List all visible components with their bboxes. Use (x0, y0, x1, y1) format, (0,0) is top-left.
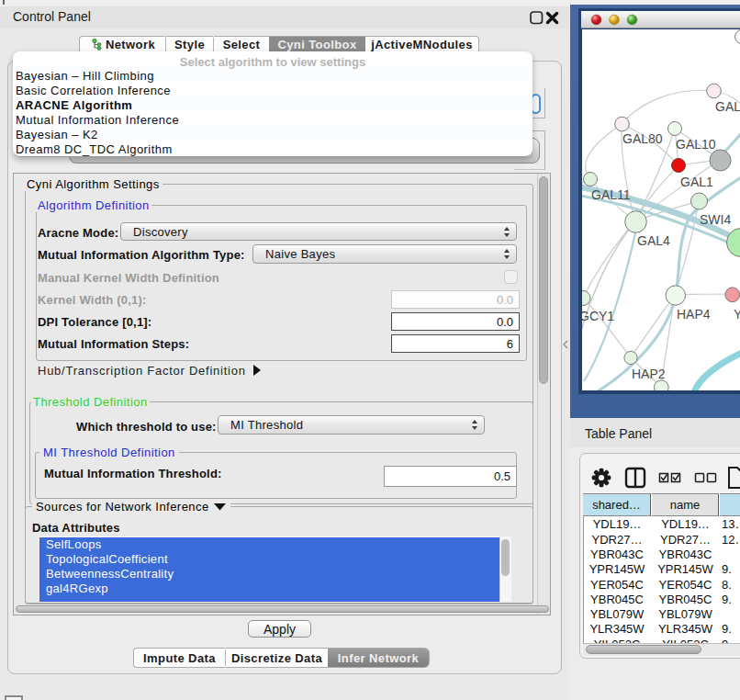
svg-text:GCY1: GCY1 (582, 309, 614, 323)
svg-text:Y: Y (734, 307, 740, 322)
svg-text:GAL1: GAL1 (680, 175, 713, 189)
svg-text:GAL10: GAL10 (676, 137, 716, 152)
svg-text:GAL80: GAL80 (622, 131, 663, 146)
svg-text:HAP2: HAP2 (632, 367, 666, 381)
svg-text:GAL8: GAL8 (715, 99, 740, 114)
svg-text:GAL4: GAL4 (637, 233, 670, 248)
svg-text:GAL11: GAL11 (591, 187, 631, 202)
svg-text:HAP4: HAP4 (677, 307, 711, 322)
svg-text:SWI4: SWI4 (700, 212, 731, 227)
